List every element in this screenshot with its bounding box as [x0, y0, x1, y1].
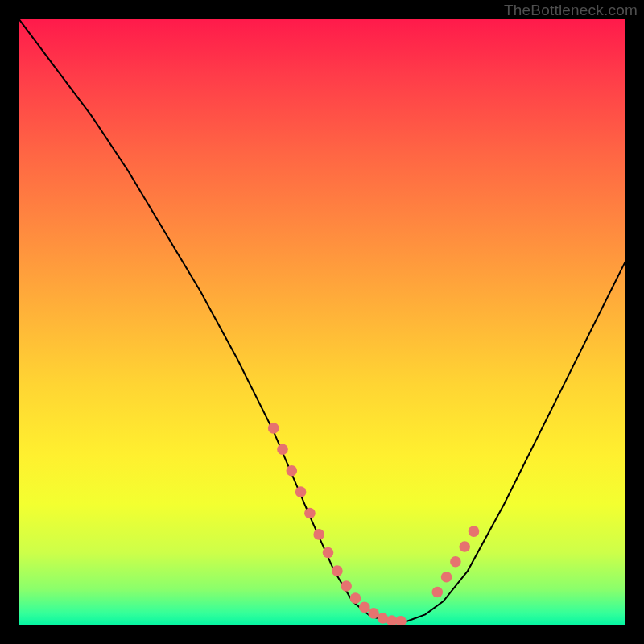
marker-dot	[332, 565, 343, 576]
curve-layer	[19, 19, 625, 625]
marker-dot	[469, 526, 480, 537]
marker-dot	[459, 541, 470, 552]
marker-dot	[359, 602, 370, 613]
marker-dot	[432, 587, 444, 598]
marker-dot	[268, 423, 279, 434]
marker-dot	[350, 592, 361, 604]
marker-dot	[323, 547, 334, 559]
chart-stage: TheBottleneck.com	[0, 0, 644, 644]
marker-dot	[287, 465, 298, 477]
marker-dot	[450, 556, 461, 568]
marker-dot	[441, 572, 452, 583]
marker-band-left	[268, 423, 407, 625]
marker-dot	[277, 444, 288, 456]
plot-area	[19, 19, 625, 625]
marker-dot	[304, 508, 316, 519]
marker-dot	[395, 616, 407, 625]
marker-dot	[295, 486, 307, 497]
watermark-text: TheBottleneck.com	[504, 2, 638, 19]
marker-dot	[341, 580, 352, 592]
marker-dot	[313, 529, 324, 540]
